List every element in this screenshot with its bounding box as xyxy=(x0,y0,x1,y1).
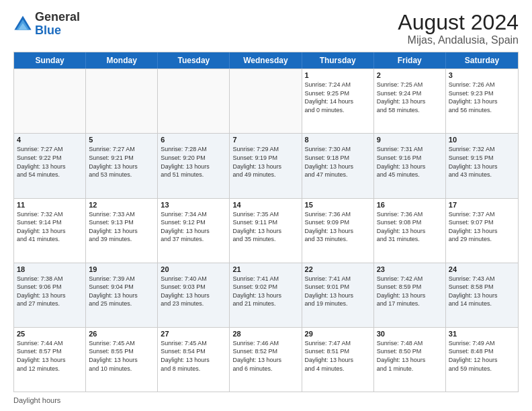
day-cell-31: 31Sunrise: 7:49 AM Sunset: 8:48 PM Dayli… xyxy=(446,328,518,392)
day-number: 21 xyxy=(232,265,298,273)
day-info: Sunrise: 7:46 AM Sunset: 8:52 PM Dayligh… xyxy=(232,339,298,373)
day-number: 8 xyxy=(305,136,371,144)
calendar-row-5: 25Sunrise: 7:44 AM Sunset: 8:57 PM Dayli… xyxy=(14,327,518,392)
day-number: 27 xyxy=(161,330,226,338)
day-info: Sunrise: 7:45 AM Sunset: 8:54 PM Dayligh… xyxy=(161,339,226,373)
empty-cell xyxy=(86,69,158,133)
day-number: 31 xyxy=(449,330,515,338)
day-info: Sunrise: 7:31 AM Sunset: 9:16 PM Dayligh… xyxy=(377,145,443,179)
day-info: Sunrise: 7:43 AM Sunset: 8:58 PM Dayligh… xyxy=(449,275,515,308)
day-info: Sunrise: 7:32 AM Sunset: 9:15 PM Dayligh… xyxy=(449,145,515,179)
day-number: 9 xyxy=(377,136,443,144)
page: General Blue August 2024 Mijas, Andalusi… xyxy=(0,0,532,411)
day-number: 17 xyxy=(449,201,515,209)
day-cell-5: 5Sunrise: 7:27 AM Sunset: 9:21 PM Daylig… xyxy=(86,134,158,197)
day-number: 29 xyxy=(305,330,371,338)
day-info: Sunrise: 7:34 AM Sunset: 9:12 PM Dayligh… xyxy=(161,210,226,244)
day-cell-19: 19Sunrise: 7:39 AM Sunset: 9:04 PM Dayli… xyxy=(86,263,158,327)
day-number: 3 xyxy=(449,71,515,79)
day-number: 16 xyxy=(377,201,443,209)
day-info: Sunrise: 7:42 AM Sunset: 8:59 PM Dayligh… xyxy=(377,275,443,308)
day-cell-26: 26Sunrise: 7:45 AM Sunset: 8:55 PM Dayli… xyxy=(86,328,158,392)
day-info: Sunrise: 7:48 AM Sunset: 8:50 PM Dayligh… xyxy=(377,339,443,373)
day-cell-11: 11Sunrise: 7:32 AM Sunset: 9:14 PM Dayli… xyxy=(14,199,86,263)
day-cell-18: 18Sunrise: 7:38 AM Sunset: 9:06 PM Dayli… xyxy=(14,263,86,327)
day-info: Sunrise: 7:27 AM Sunset: 9:22 PM Dayligh… xyxy=(17,145,83,179)
day-number: 18 xyxy=(17,265,83,273)
page-title: August 2024 xyxy=(398,11,519,34)
day-info: Sunrise: 7:30 AM Sunset: 9:18 PM Dayligh… xyxy=(305,145,371,179)
day-number: 12 xyxy=(89,201,154,209)
day-info: Sunrise: 7:33 AM Sunset: 9:13 PM Dayligh… xyxy=(89,210,154,244)
day-number: 5 xyxy=(89,136,154,144)
day-number: 22 xyxy=(305,265,371,273)
day-cell-27: 27Sunrise: 7:45 AM Sunset: 8:54 PM Dayli… xyxy=(158,328,230,392)
day-number: 23 xyxy=(377,265,443,273)
logo-text: General Blue xyxy=(35,11,80,38)
day-cell-10: 10Sunrise: 7:32 AM Sunset: 9:15 PM Dayli… xyxy=(446,134,518,197)
day-cell-16: 16Sunrise: 7:36 AM Sunset: 9:08 PM Dayli… xyxy=(374,199,446,263)
logo: General Blue xyxy=(13,11,80,38)
title-block: August 2024 Mijas, Andalusia, Spain xyxy=(398,11,519,46)
day-number: 10 xyxy=(449,136,515,144)
day-number: 14 xyxy=(232,201,298,209)
empty-cell xyxy=(158,69,230,133)
day-number: 11 xyxy=(17,201,83,209)
day-info: Sunrise: 7:32 AM Sunset: 9:14 PM Dayligh… xyxy=(17,210,83,244)
day-number: 25 xyxy=(17,330,83,338)
day-cell-15: 15Sunrise: 7:36 AM Sunset: 9:09 PM Dayli… xyxy=(302,199,374,263)
day-cell-8: 8Sunrise: 7:30 AM Sunset: 9:18 PM Daylig… xyxy=(302,134,374,197)
calendar-row-4: 18Sunrise: 7:38 AM Sunset: 9:06 PM Dayli… xyxy=(14,263,518,327)
header-tuesday: Tuesday xyxy=(158,52,230,68)
day-cell-17: 17Sunrise: 7:37 AM Sunset: 9:07 PM Dayli… xyxy=(446,199,518,263)
header-saturday: Saturday xyxy=(446,52,518,68)
calendar: Sunday Monday Tuesday Wednesday Thursday… xyxy=(13,52,519,392)
logo-blue: Blue xyxy=(35,24,80,38)
calendar-header: Sunday Monday Tuesday Wednesday Thursday… xyxy=(14,52,518,68)
day-number: 24 xyxy=(449,265,515,273)
day-cell-12: 12Sunrise: 7:33 AM Sunset: 9:13 PM Dayli… xyxy=(86,199,158,263)
calendar-row-3: 11Sunrise: 7:32 AM Sunset: 9:14 PM Dayli… xyxy=(14,198,518,263)
day-number: 30 xyxy=(377,330,443,338)
header: General Blue August 2024 Mijas, Andalusi… xyxy=(13,11,519,46)
day-cell-20: 20Sunrise: 7:40 AM Sunset: 9:03 PM Dayli… xyxy=(158,263,230,327)
day-cell-4: 4Sunrise: 7:27 AM Sunset: 9:22 PM Daylig… xyxy=(14,134,86,197)
empty-cell xyxy=(230,69,302,133)
day-info: Sunrise: 7:36 AM Sunset: 9:09 PM Dayligh… xyxy=(305,210,371,244)
day-cell-9: 9Sunrise: 7:31 AM Sunset: 9:16 PM Daylig… xyxy=(374,134,446,197)
day-cell-23: 23Sunrise: 7:42 AM Sunset: 8:59 PM Dayli… xyxy=(374,263,446,327)
day-cell-21: 21Sunrise: 7:41 AM Sunset: 9:02 PM Dayli… xyxy=(230,263,302,327)
day-info: Sunrise: 7:27 AM Sunset: 9:21 PM Dayligh… xyxy=(89,145,154,179)
header-sunday: Sunday xyxy=(14,52,86,68)
header-friday: Friday xyxy=(374,52,446,68)
day-info: Sunrise: 7:47 AM Sunset: 8:51 PM Dayligh… xyxy=(305,339,371,373)
logo-general: General xyxy=(35,11,80,24)
day-cell-1: 1Sunrise: 7:24 AM Sunset: 9:25 PM Daylig… xyxy=(302,69,374,133)
day-number: 7 xyxy=(232,136,298,144)
header-thursday: Thursday xyxy=(302,52,374,68)
day-info: Sunrise: 7:35 AM Sunset: 9:11 PM Dayligh… xyxy=(232,210,298,244)
day-info: Sunrise: 7:37 AM Sunset: 9:07 PM Dayligh… xyxy=(449,210,515,244)
day-number: 15 xyxy=(305,201,371,209)
empty-cell xyxy=(14,69,86,133)
calendar-body: 1Sunrise: 7:24 AM Sunset: 9:25 PM Daylig… xyxy=(14,68,518,392)
calendar-row-1: 1Sunrise: 7:24 AM Sunset: 9:25 PM Daylig… xyxy=(14,68,518,133)
day-info: Sunrise: 7:38 AM Sunset: 9:06 PM Dayligh… xyxy=(17,275,83,308)
day-cell-30: 30Sunrise: 7:48 AM Sunset: 8:50 PM Dayli… xyxy=(374,328,446,392)
day-number: 28 xyxy=(232,330,298,338)
day-number: 13 xyxy=(161,201,226,209)
day-info: Sunrise: 7:45 AM Sunset: 8:55 PM Dayligh… xyxy=(89,339,154,373)
day-cell-28: 28Sunrise: 7:46 AM Sunset: 8:52 PM Dayli… xyxy=(230,328,302,392)
day-number: 1 xyxy=(305,71,371,79)
day-info: Sunrise: 7:39 AM Sunset: 9:04 PM Dayligh… xyxy=(89,275,154,308)
day-info: Sunrise: 7:41 AM Sunset: 9:02 PM Dayligh… xyxy=(232,275,298,308)
day-number: 20 xyxy=(161,265,226,273)
day-info: Sunrise: 7:24 AM Sunset: 9:25 PM Dayligh… xyxy=(305,81,371,114)
footer-text: Daylight hours xyxy=(13,396,60,404)
day-info: Sunrise: 7:36 AM Sunset: 9:08 PM Dayligh… xyxy=(377,210,443,244)
day-cell-25: 25Sunrise: 7:44 AM Sunset: 8:57 PM Dayli… xyxy=(14,328,86,392)
day-number: 26 xyxy=(89,330,154,338)
day-info: Sunrise: 7:28 AM Sunset: 9:20 PM Dayligh… xyxy=(161,145,226,179)
logo-icon xyxy=(13,15,32,34)
day-info: Sunrise: 7:26 AM Sunset: 9:23 PM Dayligh… xyxy=(449,81,515,114)
